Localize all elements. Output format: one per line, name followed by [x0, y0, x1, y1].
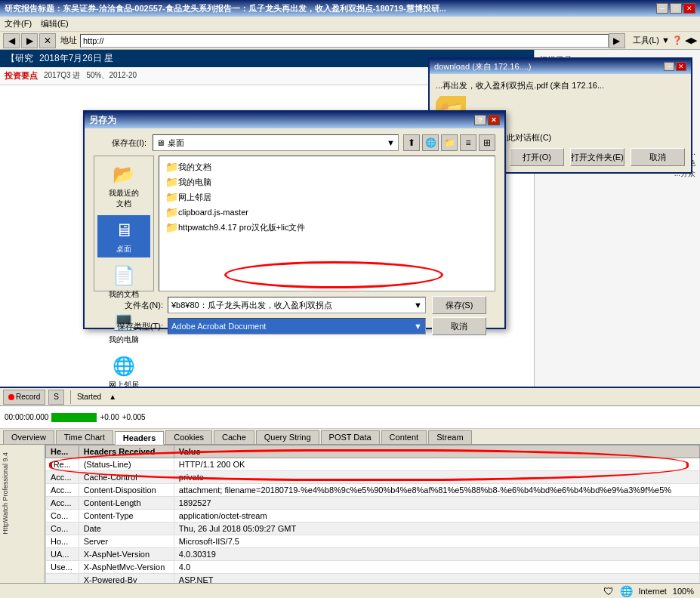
table-row[interactable]: Acc... Content-Length 1892527: [46, 497, 700, 510]
cell-header-name: Content-Disposition: [79, 484, 174, 497]
tab-postdata[interactable]: POST Data: [321, 430, 380, 444]
file-item-httpwatch[interactable]: 📁 httpwatch9.4.17 pro汉化版+lic文件: [162, 220, 492, 235]
browser-window: 研究报告标题：东吴证券-洽洽食品-002557-食品龙头系列报告一：瓜子龙头再出…: [0, 0, 700, 598]
save-toolbar: ⬆ 🌐 📁 ≡ ⊞: [403, 134, 495, 151]
tab-cache[interactable]: Cache: [214, 430, 254, 444]
back-button[interactable]: ◀: [3, 33, 20, 48]
record-button[interactable]: Record: [3, 390, 45, 405]
table-row[interactable]: Acc... Cache-Control private: [46, 471, 700, 484]
table-row[interactable]: (Re... (Status-Line) HTTP/1.1 200 OK: [46, 458, 700, 471]
cell-header-value: 1892527: [174, 497, 699, 510]
cell-header-value: private: [174, 471, 699, 484]
menu-bar: 文件(F) 编辑(E): [0, 17, 700, 32]
page-area: 【研究 2018年7月26日 星 投资要点 2017Q3 进 50%、2012-…: [0, 50, 700, 387]
file-item-mydocs[interactable]: 📁 我的文档: [162, 159, 492, 174]
forward-button[interactable]: ▶: [21, 33, 38, 48]
save-icon-network[interactable]: 🌐 网上邻居: [97, 351, 150, 387]
delta1: +0.00: [100, 413, 119, 421]
network-icon: 🌐: [112, 354, 136, 378]
stop-button[interactable]: ✕: [39, 33, 56, 48]
save-help-btn[interactable]: ?: [474, 115, 486, 125]
close-button[interactable]: ✕: [683, 3, 695, 14]
new-folder-btn[interactable]: 📁: [441, 134, 458, 151]
address-input[interactable]: [80, 34, 609, 48]
httpwatch-toolbar: Record S Started ▲: [0, 388, 700, 406]
maximize-button[interactable]: □: [670, 3, 682, 14]
filename-input[interactable]: ¥b8¥80：瓜子龙头再出发，收入盈利双拐点 ▼: [168, 297, 426, 313]
hw-main-table[interactable]: He... Headers Received Value (Re... (Sta…: [45, 445, 700, 598]
cell-header-name: (Status-Line): [79, 458, 174, 471]
record-row: 00:00:00.000 +0.00 +0.005: [5, 413, 146, 422]
download-minimize[interactable]: ─: [664, 62, 674, 71]
table-row[interactable]: Co... Content-Type application/octet-str…: [46, 510, 700, 522]
recent-label: 我最近的文档: [109, 188, 139, 209]
download-cancel-button[interactable]: 取消: [631, 148, 685, 166]
save-title-text: 另存为: [89, 114, 116, 127]
desktop-icon: 🖥: [156, 138, 165, 147]
table-row[interactable]: Use... X-AspNetMvc-Version 4.0: [46, 561, 700, 574]
tab-timechart[interactable]: Time Chart: [56, 430, 113, 444]
file-item-clipboard[interactable]: 📁 clipboard.js-master: [162, 205, 492, 220]
site-date: 2018年7月26日 星: [39, 52, 113, 65]
status-bar: 🛡 🌐 Internet 100%: [0, 583, 700, 598]
web-folder-btn[interactable]: 🌐: [422, 134, 439, 151]
menu-file[interactable]: 文件(F): [5, 18, 32, 29]
table-row[interactable]: UA... X-AspNet-Version 4.0.30319: [46, 548, 700, 561]
address-label: 地址: [60, 35, 77, 46]
zone-label: Internet: [639, 587, 667, 596]
table-row[interactable]: Acc... Content-Disposition attachment; f…: [46, 484, 700, 497]
table-row[interactable]: Ho... Server Microsoft-IIS/7.5: [46, 535, 700, 548]
file-name-httpwatch: httpwatch9.4.17 pro汉化版+lic文件: [178, 222, 305, 233]
file-item-network[interactable]: 📁 网上邻居: [162, 190, 492, 205]
tab-content[interactable]: Content: [381, 430, 427, 444]
tab-overview[interactable]: Overview: [3, 430, 54, 444]
save-dialog-title: 另存为 ? ✕: [85, 112, 504, 128]
filetype-input[interactable]: Adobe Acrobat Document ▼: [168, 318, 426, 334]
col-headers-received[interactable]: Headers Received: [79, 445, 174, 458]
open-button[interactable]: 打开(O): [510, 148, 564, 166]
download-content-text: ...再出发，收入盈利双拐点.pdf (来自 172.16...: [436, 80, 685, 91]
cell-header-name: Cache-Control: [79, 471, 174, 484]
download-close[interactable]: ✕: [676, 62, 686, 71]
filename-label: 文件名(N):: [103, 300, 163, 311]
report-label: 投资要点: [5, 70, 38, 82]
mycomp-label: 我的电脑: [109, 334, 139, 345]
tab-headers[interactable]: Headers: [115, 431, 164, 445]
save-file-list[interactable]: 📁 我的文档 📁 我的电脑 📁 网上邻居 📁: [159, 156, 495, 291]
view-icons-btn[interactable]: ⊞: [479, 134, 495, 151]
minimize-button[interactable]: ─: [656, 3, 668, 14]
view-list-btn[interactable]: ≡: [460, 134, 476, 151]
stop-button[interactable]: S: [48, 390, 64, 405]
save-in-dropdown[interactable]: 🖥 桌面 ▼: [153, 134, 399, 151]
table-row[interactable]: Co... Date Thu, 26 Jul 2018 05:09:27 GMT: [46, 522, 700, 535]
stop-label: S: [54, 393, 59, 401]
cell-header-name: Server: [79, 535, 174, 548]
cancel-button[interactable]: 取消: [432, 317, 486, 335]
open-folder-button[interactable]: 打开文件夹(E): [570, 148, 624, 166]
httpwatch-panel: Record S Started ▲ 00:00:00.000 +0.00 +0…: [0, 387, 700, 598]
up-folder-btn[interactable]: ⬆: [403, 134, 420, 151]
tab-querystring[interactable]: Query String: [256, 430, 319, 444]
folder-icon-httpwatch: 📁: [165, 221, 178, 233]
save-content-area: 📂 我最近的文档 🖥 桌面 📄 我的文档 💻: [94, 156, 495, 291]
tab-cookies[interactable]: Cookies: [165, 430, 212, 444]
window-title: 研究报告标题：东吴证券-洽洽食品-002557-食品龙头系列报告一：瓜子龙头再出…: [5, 3, 656, 14]
shield-icon: 🛡: [603, 585, 614, 597]
col-value[interactable]: Value: [174, 445, 699, 458]
go-button[interactable]: ▶: [609, 33, 625, 48]
row-time: 00:00:00.000: [5, 413, 48, 421]
desktop-label: 桌面: [116, 244, 131, 254]
save-icon-recent[interactable]: 📂 我最近的文档: [97, 159, 150, 212]
menu-edit[interactable]: 编辑(E): [41, 18, 69, 29]
save-button[interactable]: 保存(S): [432, 296, 486, 314]
save-icon-desktop[interactable]: 🖥 桌面: [97, 215, 150, 257]
col-he[interactable]: He...: [46, 445, 79, 458]
save-close-btn[interactable]: ✕: [488, 115, 500, 125]
cell-header-value: application/octet-stream: [174, 510, 699, 522]
record-label: Record: [16, 393, 40, 401]
tools-label: 工具(L) ▼ ❓ ◀▶: [633, 35, 698, 46]
tab-stream[interactable]: Stream: [428, 430, 471, 444]
cell-header-value: attachment; filename=20180719-%e4%b8%9c%…: [174, 484, 699, 497]
save-left-panel: 📂 我最近的文档 🖥 桌面 📄 我的文档 💻: [94, 156, 154, 291]
file-item-mycomp[interactable]: 📁 我的电脑: [162, 174, 492, 190]
